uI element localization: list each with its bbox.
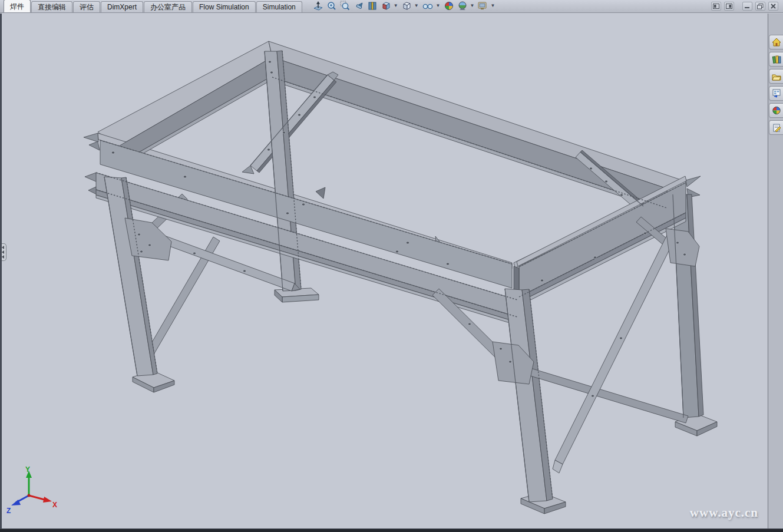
graphics-area[interactable]: Y X Z www.ayc.cn xyxy=(2,14,768,528)
apply-scene-glyph xyxy=(457,1,468,11)
triad-y-label: Y xyxy=(25,465,30,474)
solidworks-window: 焊件直接编辑评估DimXpert办公室产品Flow SimulationSimu… xyxy=(0,0,783,532)
hide-show-items-dropdown[interactable]: ▼ xyxy=(436,4,441,8)
zoom-to-fit-icon[interactable] xyxy=(326,0,338,12)
zoom-to-area-glyph xyxy=(340,1,351,11)
previous-view-glyph xyxy=(353,1,364,11)
minimize-icon xyxy=(745,4,751,9)
normal-to-glyph xyxy=(313,1,323,11)
collapse-pane-right-icon xyxy=(726,4,732,9)
task-pane-tab-file-explorer[interactable] xyxy=(769,69,783,84)
task-pane-tab-appearances-scenes[interactable] xyxy=(769,103,783,118)
view-orientation-dropdown[interactable]: ▼ xyxy=(394,4,398,8)
close-button[interactable] xyxy=(768,2,778,11)
view-palette-icon xyxy=(772,89,781,98)
task-pane-tab-view-palette[interactable] xyxy=(769,86,783,101)
collapse-arrow-icon xyxy=(2,255,4,259)
task-pane-tab-custom-properties[interactable] xyxy=(769,120,783,135)
task-pane-tab-design-library[interactable] xyxy=(769,52,783,67)
tab-直接编辑[interactable]: 直接编辑 xyxy=(31,1,72,12)
view-settings-dropdown[interactable]: ▼ xyxy=(490,4,495,8)
view-orientation-icon[interactable] xyxy=(380,0,392,12)
appearances-sphere-icon xyxy=(772,106,781,115)
view-settings-glyph xyxy=(477,1,488,11)
section-view-icon[interactable] xyxy=(366,0,378,12)
task-pane-tab-solidworks-resources[interactable] xyxy=(769,35,783,49)
window-border-left xyxy=(0,14,2,528)
reference-triad: Y X Z xyxy=(5,465,60,517)
window-controls xyxy=(711,2,778,11)
zoom-to-area-icon[interactable] xyxy=(339,0,351,12)
collapse-pane-right-button[interactable] xyxy=(724,2,734,11)
custom-properties-icon xyxy=(772,123,781,132)
tab-simulation[interactable]: Simulation xyxy=(256,1,302,12)
apply-scene-icon[interactable] xyxy=(457,0,468,12)
command-bar: 焊件直接编辑评估DimXpert办公室产品Flow SimulationSimu… xyxy=(0,0,783,13)
edit-appearance-glyph xyxy=(444,1,454,11)
display-style-glyph xyxy=(401,1,412,11)
tab-weldments[interactable]: 焊件 xyxy=(4,0,31,12)
task-pane xyxy=(768,14,783,528)
watermark: www.ayc.cn xyxy=(690,505,758,520)
triad-x-label: X xyxy=(52,501,57,509)
previous-view-icon[interactable] xyxy=(353,0,365,12)
hide-show-items-glyph xyxy=(422,1,434,11)
tab-flow-simulation[interactable]: Flow Simulation xyxy=(193,1,256,12)
hide-show-items-icon[interactable] xyxy=(421,0,434,12)
books-icon xyxy=(772,55,781,64)
display-style-dropdown[interactable]: ▼ xyxy=(414,4,419,8)
restore-icon xyxy=(757,4,764,9)
normal-to-icon[interactable] xyxy=(312,0,324,12)
triad-z-label: Z xyxy=(6,507,11,515)
window-border-bottom xyxy=(0,528,783,532)
display-style-icon[interactable] xyxy=(401,0,412,12)
folder-icon xyxy=(772,72,781,81)
apply-scene-dropdown[interactable]: ▼ xyxy=(470,4,475,8)
command-tabs: 焊件直接编辑评估DimXpert办公室产品Flow SimulationSimu… xyxy=(4,0,303,12)
tab-办公室产品[interactable]: 办公室产品 xyxy=(144,1,192,12)
model-canvas[interactable] xyxy=(2,14,768,528)
collapse-arrow-icon xyxy=(2,246,4,249)
tab-dimxpert[interactable]: DimXpert xyxy=(101,1,143,12)
view-settings-icon[interactable] xyxy=(477,0,488,12)
home-icon xyxy=(772,38,781,47)
collapse-pane-left-button[interactable] xyxy=(711,2,721,11)
restore-button[interactable] xyxy=(755,2,765,11)
tab-评估[interactable]: 评估 xyxy=(73,1,100,12)
heads-up-view-toolbar: ▼ ▼ ▼ xyxy=(312,0,496,12)
edit-appearance-icon[interactable] xyxy=(443,0,455,12)
close-icon xyxy=(771,4,777,9)
collapse-arrow-icon xyxy=(2,250,4,254)
minimize-button[interactable] xyxy=(742,2,752,11)
section-view-glyph xyxy=(367,1,378,11)
collapse-pane-left-icon xyxy=(713,4,719,9)
view-orientation-glyph xyxy=(381,1,391,11)
zoom-to-fit-glyph xyxy=(326,1,337,11)
weldment-frame-model xyxy=(84,41,717,514)
